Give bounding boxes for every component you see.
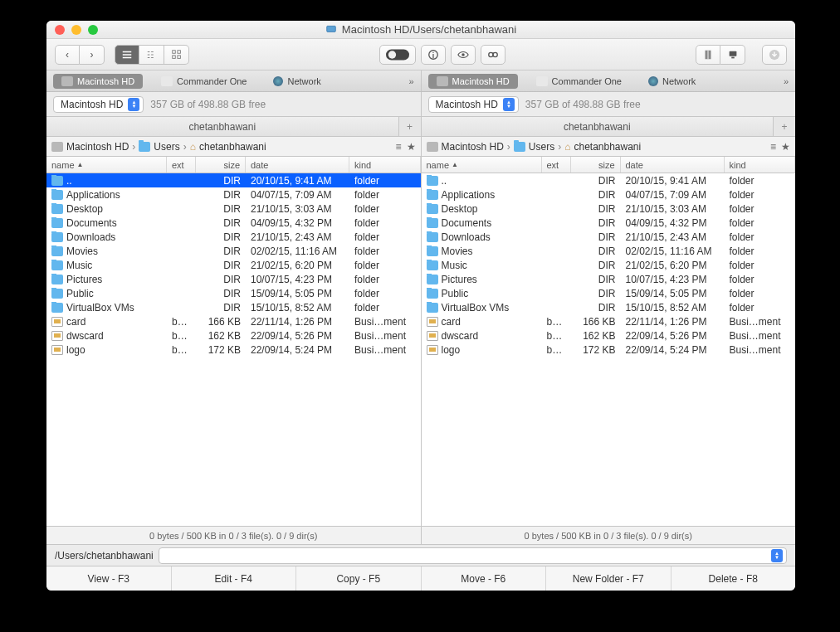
- header-name[interactable]: name▲: [46, 157, 167, 173]
- drive-tab-macintosh-left[interactable]: Macintosh HD: [53, 74, 143, 89]
- file-size: DIR: [571, 231, 621, 243]
- file-row[interactable]: logobc…172 KB22/09/14, 5:24 PMBusi…ment: [46, 343, 421, 357]
- file-kind: folder: [725, 189, 796, 201]
- file-row[interactable]: ..DIR20/10/15, 9:41 AMfolder: [422, 173, 796, 187]
- fkey-delete[interactable]: Delete - F8: [672, 566, 796, 591]
- file-row[interactable]: MusicDIR21/02/15, 6:20 PMfolder: [46, 258, 421, 272]
- favorite-icon[interactable]: ★: [407, 141, 416, 153]
- nav-forward-button[interactable]: ›: [80, 45, 105, 65]
- svg-rect-2: [177, 50, 180, 53]
- file-kind: folder: [349, 260, 421, 271]
- drive-tab-commander-right[interactable]: Commander One: [528, 74, 630, 89]
- breadcrumb-users[interactable]: Users: [529, 141, 554, 153]
- toggle-hidden-button[interactable]: [379, 45, 416, 65]
- overflow-chevron-icon[interactable]: »: [784, 76, 789, 86]
- file-row[interactable]: MusicDIR21/02/15, 6:20 PMfolder: [422, 258, 796, 272]
- breadcrumb-users[interactable]: Users: [154, 141, 179, 153]
- nav-back-button[interactable]: ‹: [55, 45, 80, 65]
- file-row[interactable]: DocumentsDIR04/09/15, 4:32 PMfolder: [46, 216, 421, 230]
- connect-button[interactable]: [720, 45, 745, 65]
- close-window-button[interactable]: [55, 25, 65, 35]
- file-row[interactable]: VirtualBox VMsDIR15/10/15, 8:52 AMfolder: [422, 300, 796, 314]
- file-row[interactable]: ApplicationsDIR04/07/15, 7:09 AMfolder: [422, 187, 796, 202]
- header-date[interactable]: date: [621, 157, 725, 173]
- header-size[interactable]: size: [571, 157, 621, 173]
- file-row[interactable]: PublicDIR15/09/14, 5:05 PMfolder: [422, 286, 796, 300]
- file-row[interactable]: dwscardbc…162 KB22/09/14, 5:26 PMBusi…me…: [46, 328, 421, 343]
- path-row: /Users/chetanbhawani ▲▼: [46, 544, 795, 566]
- file-row[interactable]: VirtualBox VMsDIR15/10/15, 8:52 AMfolder: [46, 300, 421, 314]
- function-keys-row: View - F3 Edit - F4 Copy - F5 Move - F6 …: [46, 566, 795, 591]
- file-list-left[interactable]: ..DIR20/10/15, 9:41 AMfolderApplications…: [46, 173, 421, 526]
- file-kind: folder: [349, 231, 421, 243]
- path-input[interactable]: ▲▼: [159, 547, 787, 564]
- file-row[interactable]: DesktopDIR21/10/15, 3:03 AMfolder: [422, 202, 796, 216]
- file-row[interactable]: DocumentsDIR04/09/15, 4:32 PMfolder: [422, 216, 796, 230]
- file-row[interactable]: ApplicationsDIR04/07/15, 7:09 AMfolder: [46, 187, 421, 202]
- view-icons-button[interactable]: [164, 45, 189, 65]
- file-row[interactable]: PicturesDIR10/07/15, 4:23 PMfolder: [46, 272, 421, 286]
- drive-tab-commander-left[interactable]: Commander One: [153, 74, 255, 89]
- view-list-button[interactable]: [115, 45, 139, 65]
- file-kind: folder: [725, 217, 796, 229]
- search-button[interactable]: [481, 45, 505, 65]
- file-ext: bc…: [167, 344, 196, 356]
- file-list-right[interactable]: ..DIR20/10/15, 9:41 AMfolderApplications…: [422, 173, 796, 526]
- breadcrumb-current[interactable]: chetanbhawani: [199, 141, 266, 153]
- breadcrumb-current[interactable]: chetanbhawani: [574, 141, 641, 153]
- fkey-newfolder[interactable]: New Folder - F7: [546, 566, 672, 591]
- archive-button[interactable]: [696, 45, 720, 65]
- header-kind[interactable]: kind: [349, 157, 421, 173]
- breadcrumb-root[interactable]: Macintosh HD: [442, 141, 504, 153]
- file-size: DIR: [196, 203, 246, 215]
- view-columns-button[interactable]: [139, 45, 164, 65]
- add-tab-right[interactable]: +: [774, 117, 795, 136]
- favorite-icon[interactable]: ★: [781, 141, 790, 153]
- svg-rect-3: [172, 55, 175, 58]
- header-ext[interactable]: ext: [167, 157, 196, 173]
- header-date[interactable]: date: [246, 157, 349, 173]
- file-row[interactable]: logobc…172 KB22/09/14, 5:24 PMBusi…ment: [422, 343, 796, 357]
- file-row[interactable]: DownloadsDIR21/10/15, 2:43 AMfolder: [422, 230, 796, 244]
- file-kind: folder: [725, 274, 796, 285]
- header-kind[interactable]: kind: [725, 157, 796, 173]
- fkey-view[interactable]: View - F3: [46, 566, 172, 591]
- file-row[interactable]: PublicDIR15/09/14, 5:05 PMfolder: [46, 286, 421, 300]
- pane-tab-right[interactable]: chetanbhawani: [422, 117, 774, 136]
- volume-dropdown-left[interactable]: Macintosh HD ▲▼: [53, 96, 144, 113]
- minimize-window-button[interactable]: [71, 25, 81, 35]
- fkey-move[interactable]: Move - F6: [422, 566, 547, 591]
- preview-button[interactable]: [451, 45, 476, 65]
- file-kind: folder: [349, 274, 421, 285]
- drive-tab-macintosh-right[interactable]: Macintosh HD: [428, 74, 518, 89]
- fkey-edit[interactable]: Edit - F4: [172, 566, 297, 591]
- volume-dropdown-right[interactable]: Macintosh HD ▲▼: [428, 96, 519, 113]
- file-row[interactable]: DownloadsDIR21/10/15, 2:43 AMfolder: [46, 230, 421, 244]
- fkey-copy[interactable]: Copy - F5: [296, 566, 422, 591]
- drive-tab-network-left[interactable]: Network: [265, 74, 329, 89]
- file-row[interactable]: ..DIR20/10/15, 9:41 AMfolder: [46, 173, 421, 187]
- add-tab-left[interactable]: +: [399, 117, 421, 136]
- header-size[interactable]: size: [196, 157, 246, 173]
- pane-tab-left[interactable]: chetanbhawani: [46, 117, 399, 136]
- history-icon[interactable]: ≡: [770, 141, 776, 153]
- info-button[interactable]: i: [421, 45, 446, 65]
- file-row[interactable]: PicturesDIR10/07/15, 4:23 PMfolder: [422, 272, 796, 286]
- svg-point-6: [388, 51, 396, 58]
- file-row[interactable]: MoviesDIR02/02/15, 11:16 AMfolder: [422, 244, 796, 258]
- history-icon[interactable]: ≡: [395, 141, 401, 153]
- header-name[interactable]: name▲: [422, 157, 542, 173]
- file-row[interactable]: cardbc…166 KB22/11/14, 1:26 PMBusi…ment: [46, 314, 421, 328]
- breadcrumb-root[interactable]: Macintosh HD: [66, 141, 129, 153]
- maximize-window-button[interactable]: [88, 25, 98, 35]
- drive-tab-network-right[interactable]: Network: [640, 74, 704, 89]
- file-row[interactable]: dwscardbc…162 KB22/09/14, 5:26 PMBusi…me…: [422, 328, 796, 343]
- download-button[interactable]: [762, 45, 787, 65]
- file-row[interactable]: MoviesDIR02/02/15, 11:16 AMfolder: [46, 244, 421, 258]
- overflow-chevron-icon[interactable]: »: [408, 76, 413, 86]
- header-ext[interactable]: ext: [542, 157, 571, 173]
- file-row[interactable]: DesktopDIR21/10/15, 3:03 AMfolder: [46, 202, 421, 216]
- file-row[interactable]: cardbc…166 KB22/11/14, 1:26 PMBusi…ment: [422, 314, 796, 328]
- file-size: DIR: [571, 203, 621, 215]
- file-date: 10/07/15, 4:23 PM: [621, 274, 725, 285]
